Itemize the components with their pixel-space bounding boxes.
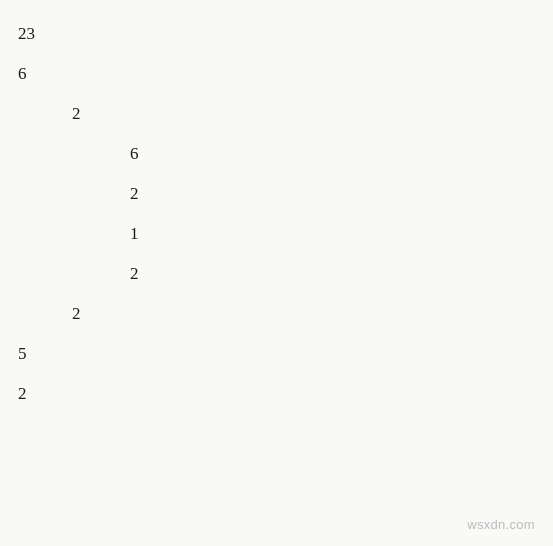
list-item: 2	[18, 264, 553, 304]
list-item: 2	[18, 384, 553, 424]
watermark-text: wsxdn.com	[467, 517, 535, 532]
list-item-value: 5	[18, 344, 27, 364]
list-item: 2	[18, 304, 553, 344]
list-item-value: 2	[72, 304, 81, 324]
list-item: 2	[18, 184, 553, 224]
list-item: 1	[18, 224, 553, 264]
list-item-value: 1	[130, 224, 139, 244]
list-item-value: 2	[18, 384, 27, 404]
list-item-value: 2	[130, 264, 139, 284]
list-item-value: 23	[18, 24, 35, 44]
list-item: 2	[18, 104, 553, 144]
list-item-value: 6	[18, 64, 27, 84]
list-item-value: 2	[130, 184, 139, 204]
list-item: 5	[18, 344, 553, 384]
list-item: 23	[18, 24, 553, 64]
list-item-value: 2	[72, 104, 81, 124]
list-item: 6	[18, 144, 553, 184]
list-item: 6	[18, 64, 553, 104]
list-item-value: 6	[130, 144, 139, 164]
